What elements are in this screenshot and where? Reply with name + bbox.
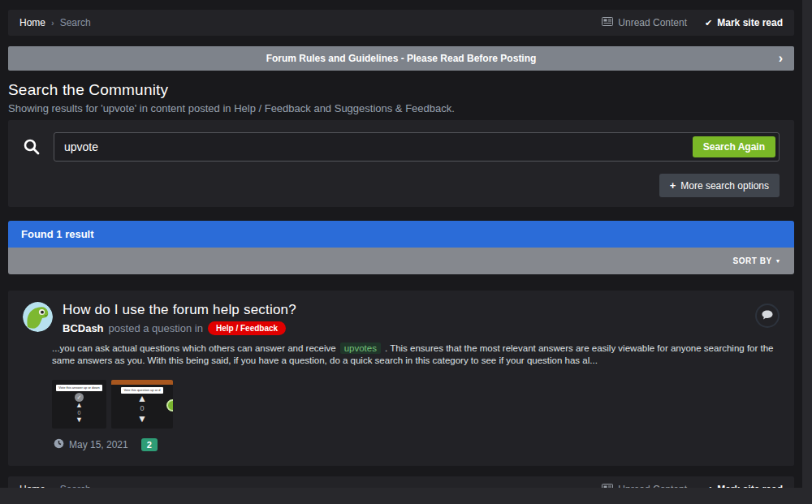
page-subtitle: Showing results for 'upvote' in content … <box>8 102 794 114</box>
forum-rules-banner[interactable]: Forum Rules and Guidelines - Please Read… <box>8 46 794 71</box>
bottom-bar: Home › Search Unread Content ✔ Mark site… <box>8 476 794 488</box>
clock-icon <box>54 438 64 451</box>
result-meta: May 15, 2021 2 <box>54 438 780 451</box>
upvote-icon: ▲ <box>137 394 147 403</box>
plus-icon: + <box>670 179 676 192</box>
topic-type-badge[interactable] <box>755 304 780 328</box>
reply-count-badge[interactable]: 2 <box>141 438 158 451</box>
chevron-right-icon: › <box>51 485 54 488</box>
search-panel: Search Again + More search options <box>8 120 794 207</box>
attachment-thumbnail[interactable]: Vote this answer up or down ✓ ▲ 0 ▼ <box>52 380 106 429</box>
attachment-thumbnails: Vote this answer up or down ✓ ▲ 0 ▼ Vote… <box>52 380 780 429</box>
more-search-options-button[interactable]: + More search options <box>659 174 780 197</box>
breadcrumb: Home › Search <box>19 17 91 28</box>
search-again-button[interactable]: Search Again <box>693 136 775 157</box>
excerpt-text-pre: ...you can ask actual questions which ot… <box>52 343 336 353</box>
search-input[interactable] <box>54 132 780 162</box>
result-head-text: How do I use the forum help section? BCD… <box>63 302 296 335</box>
speech-bubble-icon <box>762 308 773 323</box>
category-badge[interactable]: Help / Feedback <box>208 321 286 335</box>
results-header: Found 1 result SORT BY ▼ <box>8 221 794 274</box>
top-bar: Home › Search Unread Content ✔ Mark site… <box>8 10 794 36</box>
more-search-options-label: More search options <box>680 180 769 192</box>
upvote-icon: ▲ <box>76 402 83 409</box>
search-input-wrap: Search Again <box>54 132 780 162</box>
avatar[interactable] <box>23 302 53 332</box>
sort-bar: SORT BY ▼ <box>8 248 794 274</box>
page-title: Search the Community <box>8 81 794 99</box>
newspaper-icon <box>602 484 613 488</box>
result-byline: BCDash posted a question in Help / Feedb… <box>63 321 296 335</box>
breadcrumb-home[interactable]: Home <box>19 17 45 28</box>
downvote-icon: ▼ <box>137 414 147 424</box>
unread-content-link[interactable]: Unread Content <box>602 17 687 28</box>
forum-rules-text: Forum Rules and Guidelines - Please Read… <box>19 53 783 64</box>
mark-site-read-link[interactable]: ✔ Mark site read <box>705 17 783 28</box>
page-header: Search the Community Showing results for… <box>8 81 794 114</box>
check-icon: ✔ <box>705 485 712 489</box>
sort-by-label: SORT BY <box>733 256 772 265</box>
top-bar-actions: Unread Content ✔ Mark site read <box>602 17 783 28</box>
bottom-bar-actions: Unread Content ✔ Mark site read <box>602 484 783 488</box>
downvote-icon: ▼ <box>76 416 83 424</box>
check-icon: ✔ <box>705 18 712 28</box>
breadcrumb-home[interactable]: Home <box>19 484 45 488</box>
vote-count: 0 <box>140 405 144 412</box>
byline-action-text: posted a question in <box>109 322 203 334</box>
mark-site-read-label: Mark site read <box>717 17 783 28</box>
avatar-peek <box>166 399 173 411</box>
vote-widget: ▲ 0 ▼ <box>76 402 83 424</box>
breadcrumb-search[interactable]: Search <box>60 17 91 28</box>
chevron-right-icon: › <box>51 18 54 28</box>
chevron-down-icon: ▼ <box>775 258 781 264</box>
unread-content-label: Unread Content <box>618 17 687 28</box>
result-date-label: May 15, 2021 <box>69 439 128 450</box>
sort-by-dropdown[interactable]: SORT BY ▼ <box>733 256 781 265</box>
unread-content-label: Unread Content <box>618 484 687 488</box>
breadcrumb-search[interactable]: Search <box>60 484 91 488</box>
vote-count: 0 <box>78 410 81 416</box>
unread-content-link[interactable]: Unread Content <box>602 484 687 488</box>
thumb-tooltip-text: Vote this answer up or down <box>56 385 102 391</box>
found-results-label: Found 1 result <box>21 228 94 240</box>
excerpt-highlight: upvotes <box>340 342 381 354</box>
chevron-right-icon: › <box>779 52 783 65</box>
thumb-header-strip <box>111 380 173 385</box>
search-result-item: How do I use the forum help section? BCD… <box>8 291 794 466</box>
vote-widget: ▲ 0 ▼ <box>137 394 147 424</box>
author-link[interactable]: BCDash <box>63 322 104 334</box>
page: Home › Search Unread Content ✔ Mark site… <box>0 0 802 488</box>
result-excerpt: ...you can ask actual questions which ot… <box>52 342 780 367</box>
mark-site-read-label: Mark site read <box>717 484 783 488</box>
newspaper-icon <box>602 17 613 28</box>
result-title-link[interactable]: How do I use the forum help section? <box>63 302 296 318</box>
mark-site-read-link[interactable]: ✔ Mark site read <box>705 484 783 488</box>
result-date: May 15, 2021 <box>54 438 128 451</box>
breadcrumb: Home › Search <box>19 484 91 488</box>
found-results-bar: Found 1 result <box>8 221 794 248</box>
search-icon <box>23 138 41 156</box>
attachment-thumbnail[interactable]: Vote this question up or d ▲ 0 ▼ <box>111 380 173 429</box>
